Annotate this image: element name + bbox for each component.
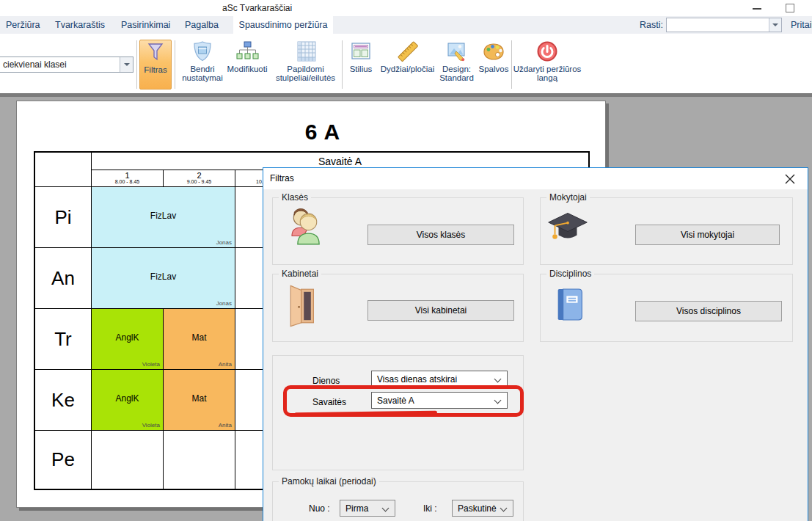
visi-mokytojai-button[interactable]: Visi mokytojai [635, 225, 780, 245]
design-picture-pencil-icon [445, 40, 469, 63]
chevron-down-icon [494, 376, 502, 383]
group-klases-label: Klasės [279, 192, 311, 203]
empty-cell[interactable] [92, 431, 164, 489]
table-corner-cell [35, 153, 92, 187]
day-label-pi: Pi [35, 187, 92, 248]
lesson-subject: Mat [164, 332, 235, 343]
stilius-button[interactable]: Stilius [343, 40, 378, 90]
chevron-down-icon [500, 505, 508, 512]
day-label-ke: Ke [35, 370, 92, 431]
tab-spausdinimo-perziura[interactable]: Spausdinimo peržiūra [233, 16, 333, 34]
savaites-combobox[interactable]: Savaitė A [371, 392, 508, 409]
org-chart-icon [235, 40, 259, 63]
funnel-icon [144, 40, 167, 64]
find-input[interactable] [668, 19, 767, 31]
dialog-close-button[interactable] [778, 168, 802, 189]
menubar: Peržiūra Tvarkaraštis Pasirinkimai Pagal… [0, 16, 812, 34]
find-combobox[interactable] [666, 18, 782, 32]
group-disciplinos-label: Disciplinos [546, 269, 594, 279]
minimize-button[interactable] [745, 0, 769, 16]
power-close-icon [535, 40, 559, 63]
dienos-combobox[interactable]: Visas dienas atskirai [371, 371, 508, 387]
lesson-cell-tr-mat[interactable]: Mat Anita [164, 309, 235, 370]
dialog-titlebar[interactable]: Filtras [263, 168, 808, 189]
bendri-nustatymai-label: Bendri nustatymai [178, 65, 227, 82]
scope-dropdown-arrow[interactable] [120, 57, 133, 72]
dienos-label: Dienos [312, 376, 340, 386]
savaites-label: Savaitės [312, 397, 346, 407]
iki-combobox[interactable]: Paskutinė [452, 500, 513, 517]
modifikuoti-button[interactable]: Modifikuoti [224, 40, 271, 90]
tab-pagalba[interactable]: Pagalba [185, 16, 219, 34]
day-label-tr: Tr [35, 309, 92, 370]
spalvos-button[interactable]: Spalvos [477, 40, 511, 90]
papildomi-stulpeliai-label: Papildomi stulpeliai/eilutės [271, 65, 340, 82]
lesson-cell-ke-anglk[interactable]: AnglK Violeta [92, 370, 164, 431]
visos-klases-button[interactable]: Visos klasės [367, 225, 514, 245]
visos-disciplinos-button[interactable]: Visos disciplinos [635, 301, 782, 321]
uzdaryti-label: Uždaryti peržiūros langą [513, 65, 582, 82]
layout-style-icon [349, 40, 373, 63]
maximize-button[interactable] [778, 0, 802, 16]
lesson-cell-an-fizlav[interactable]: FizLav Jonas [92, 248, 235, 309]
toolbar-separator [511, 40, 512, 89]
savaites-value: Savaitė A [377, 396, 414, 406]
day-label-pe: Pe [35, 431, 92, 489]
dialog-title: Filtras [270, 173, 294, 183]
visi-kabinetai-button[interactable]: Visi kabinetai [367, 300, 514, 321]
toolbar-separator [342, 40, 343, 89]
filtras-button[interactable]: Filtras [139, 40, 172, 90]
close-icon [785, 174, 795, 184]
lesson-cell-ke-mat[interactable]: Mat Anita [164, 370, 235, 431]
group-mokytojai-label: Mokytojai [546, 192, 590, 203]
apply-link[interactable]: Pritaik [791, 16, 812, 34]
iki-label: Iki : [423, 503, 437, 514]
lesson-subject: FizLav [92, 211, 235, 221]
chevron-down-icon [382, 505, 389, 512]
lesson-subject: Mat [164, 393, 235, 404]
grid-icon [294, 40, 318, 63]
filtras-dialog: Filtras Klasės Visos klasės Mokytojai [263, 167, 808, 521]
period-time: 8.00 - 8.45 [92, 179, 163, 184]
find-dropdown-arrow[interactable] [769, 18, 781, 32]
tab-perziura[interactable]: Peržiūra [6, 16, 40, 34]
dienos-value: Visas dienas atskirai [377, 374, 457, 385]
tab-pasirinkimai[interactable]: Pasirinkimai [121, 16, 170, 34]
lesson-teacher: Violeta [142, 422, 160, 429]
lesson-cell-pi-fizlav[interactable]: FizLav Jonas [92, 187, 235, 248]
lesson-teacher: Anita [219, 361, 232, 368]
dydziai-plociai-button[interactable]: Dydžiai/pločiai [378, 40, 436, 90]
maximize-icon [786, 4, 794, 12]
chevron-down-icon [494, 397, 502, 404]
chevron-down-icon [772, 23, 778, 26]
papildomi-stulpeliai-button[interactable]: Papildomi stulpeliai/eilutės [271, 40, 340, 90]
app-window: aSc Tvarkaraščiai Peržiūra Tvarkaraštis … [0, 0, 812, 521]
minimize-icon [753, 8, 761, 10]
lesson-subject: AnglK [92, 332, 163, 343]
empty-cell[interactable] [164, 431, 235, 489]
bendri-nustatymai-button[interactable]: Bendri nustatymai [178, 40, 227, 90]
period-header-1: 1 8.00 - 8.45 [92, 170, 164, 187]
lesson-teacher: Jonas [216, 239, 232, 246]
lesson-teacher: Anita [219, 422, 232, 429]
ruler-icon [396, 40, 420, 63]
lesson-cell-tr-anglk[interactable]: AnglK Violeta [92, 309, 164, 370]
nuo-label: Nuo : [309, 503, 330, 514]
window-title: aSc Tvarkaraščiai [222, 3, 292, 13]
graduation-cap-icon [546, 208, 590, 244]
lesson-subject: FizLav [92, 272, 235, 282]
uzdaryti-button[interactable]: Uždaryti peržiūros langą [513, 40, 582, 90]
toolbar-separator [136, 40, 137, 89]
lesson-teacher: Violeta [142, 361, 160, 368]
design-button[interactable]: Design: Standard [436, 40, 477, 90]
toolbar-separator [175, 40, 175, 89]
nuo-value: Pirma [345, 503, 368, 514]
group-pamoku-laikai-label: Pamokų laikai (periodai) [279, 476, 379, 487]
nuo-combobox[interactable]: Pirma [340, 500, 395, 517]
period-time: 9.00 - 9.45 [164, 179, 235, 184]
palette-icon [482, 40, 505, 63]
tab-tvarkarastis[interactable]: Tvarkaraštis [55, 16, 105, 34]
design-label: Design: Standard [436, 65, 477, 82]
classes-people-icon [285, 206, 325, 246]
scope-combobox[interactable]: ciekvienai klasei [0, 57, 133, 73]
